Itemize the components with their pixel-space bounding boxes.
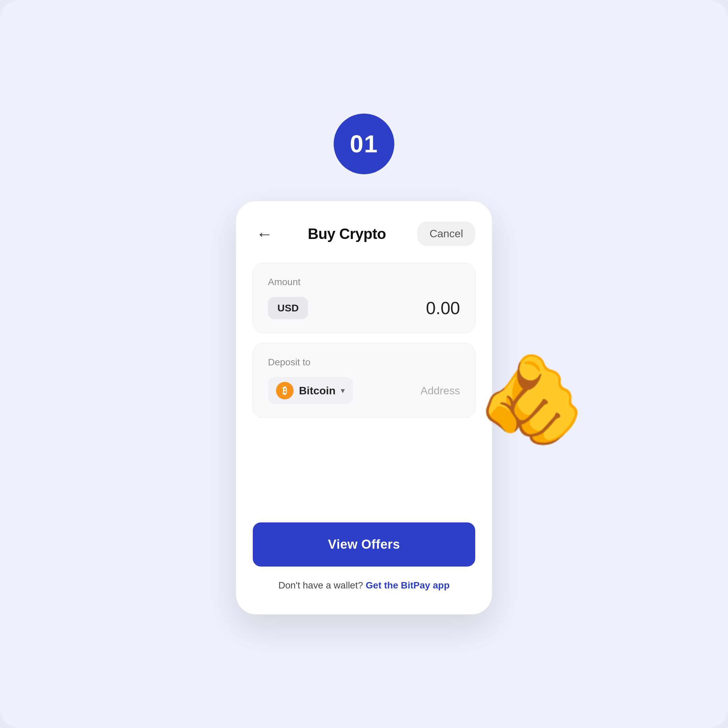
step-number: 01 [350, 130, 378, 158]
phone-header: ← Buy Crypto Cancel [253, 222, 475, 246]
amount-label: Amount [268, 277, 460, 288]
view-offers-button[interactable]: View Offers [253, 522, 475, 567]
deposit-section: Deposit to ₿ Bitcoin ▾ Address [253, 343, 475, 418]
crypto-selector[interactable]: ₿ Bitcoin ▾ [268, 377, 353, 404]
step-badge: 01 [334, 113, 394, 174]
amount-section: Amount USD 0.00 [253, 263, 475, 333]
amount-value[interactable]: 0.00 [426, 298, 460, 318]
wallet-prompt-text: Don't have a wallet? [278, 580, 363, 590]
phone-wrapper: ← Buy Crypto Cancel Amount USD 0.00 Depo… [236, 201, 492, 615]
amount-row: USD 0.00 [268, 297, 460, 319]
back-button[interactable]: ← [253, 222, 276, 246]
page-title: Buy Crypto [308, 225, 386, 242]
page-background: 01 ← Buy Crypto Cancel Amount USD 0.00 [0, 0, 728, 728]
hand-decoration: 🫵 [477, 355, 586, 443]
back-arrow-icon: ← [256, 225, 273, 242]
address-field[interactable]: Address [421, 385, 460, 397]
crypto-name: Bitcoin [299, 385, 335, 397]
deposit-label: Deposit to [268, 357, 460, 368]
phone-card: ← Buy Crypto Cancel Amount USD 0.00 Depo… [236, 201, 492, 615]
chevron-down-icon: ▾ [341, 386, 345, 395]
deposit-row: ₿ Bitcoin ▾ Address [268, 377, 460, 404]
get-bitpay-link[interactable]: Get the BitPay app [366, 580, 450, 590]
cancel-button[interactable]: Cancel [417, 222, 475, 246]
bitcoin-icon: ₿ [276, 382, 294, 399]
spacer [253, 428, 475, 522]
wallet-prompt-row: Don't have a wallet? Get the BitPay app [253, 580, 475, 591]
pointing-hand-icon: 🫵 [477, 355, 586, 443]
currency-selector[interactable]: USD [268, 297, 308, 319]
